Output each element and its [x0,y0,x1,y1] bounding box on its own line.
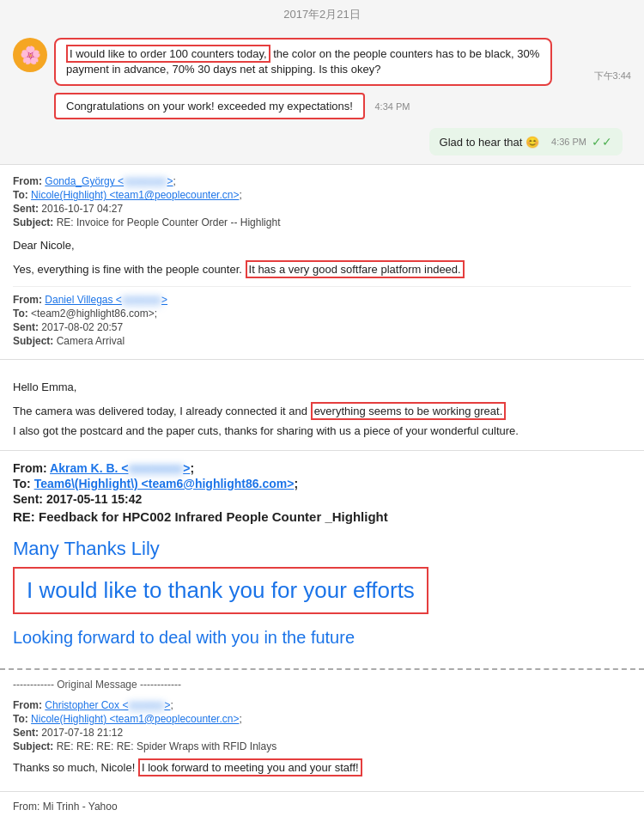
avatar: 🌸 [13,38,47,72]
date-header: 2017年2月21日 [0,0,644,29]
many-thanks: Many Thanks Lily [13,538,631,560]
email-sent-1: Sent: 2016-10-17 04:27 [13,203,631,215]
thank-you-highlighted: I would like to thank you for your effor… [13,567,428,614]
email-section-2: Hello Emma, The camera was delivered tod… [0,359,644,450]
chris-to-link[interactable]: Nicole(Highlight) <team1@peoplecounter.c… [31,713,239,725]
email-section-mi: From: Mi Trinh - Yahoo To: <team10@highl… [0,791,644,816]
akram-to: To: Team6\(Highlight\) <team6@highlight8… [13,477,631,490]
highlighted-order: I would like to order 100 counters today… [66,45,270,63]
email-body-camera: The camera was delivered today, I alread… [13,403,631,420]
akram-from-link[interactable]: Akram K. B. <•••••••••••••> [50,461,190,475]
email-sent-2: Sent: 2017-08-02 20:57 [13,321,631,333]
chat-bubble-order: I would like to order 100 counters today… [54,38,552,86]
chris-sent: Sent: 2017-07-18 21:12 [13,727,631,739]
mi-from: From: Mi Trinh - Yahoo [13,801,631,813]
check-icon: ✓✓ [592,135,612,149]
dashed-header: ------------ Original Message ----------… [13,679,631,691]
chris-highlighted: I look forward to meeting you and your s… [138,758,362,776]
email-body-2: Hello Emma, The camera was delivered tod… [13,379,631,440]
original-message-section: From: Daniel Villegas <•••••••••••> To: … [13,286,631,347]
email-greeting-2: Hello Emma, [13,379,631,396]
email-to-1: To: Nicole(Highlight) <team1@peoplecount… [13,189,631,201]
chat-message-3-row: Glad to hear that 😊 4:36 PM ✓✓ [13,128,631,155]
email-section-1: From: Gonda_György <••••••••••••>; To: N… [0,164,644,359]
email-to-2: To: <team2@highlight86.com>; [13,308,631,320]
akram-sent: Sent: 2017-05-11 15:42 [13,492,631,506]
email-body-camera-2: I also got the postcard and the paper cu… [13,423,631,440]
akram-subject: RE: Feedback for HPC002 Infrared People … [13,509,631,524]
email-to-link-1[interactable]: Nicole(Highlight) <team1@peoplecounter.c… [31,189,239,201]
email-from-link-2[interactable]: Daniel Villegas <•••••••••••> [45,294,167,306]
email-section-akram: From: Akram K. B. <•••••••••••••>; To: T… [0,450,644,668]
chat-bubble-congrats: Congratulations on your work! exceeded m… [54,93,365,119]
thank-you-box: I would like to thank you for your effor… [13,567,631,628]
chris-subject: Subject: RE: RE: RE: RE: Spider Wraps wi… [13,740,631,752]
chat-message-2: Congratulations on your work! exceeded m… [13,93,631,123]
akram-from: From: Akram K. B. <•••••••••••••>; [13,461,631,475]
email-from-1: From: Gonda_György <••••••••••••>; [13,175,631,187]
highlighted-camera: everything seems to be working great. [311,402,507,420]
email-body-text-1: Yes, everything is fine with the people … [13,261,631,278]
looking-forward: Looking forward to deal with you in the … [13,628,631,648]
chat-time-3: 4:36 PM [551,137,586,147]
highlighted-softfare: It has a very good softfare platform ind… [246,260,465,278]
chat-time-2: 4:34 PM [374,101,410,112]
chris-to: To: Nicole(Highlight) <team1@peoplecount… [13,713,631,725]
email-body-1: Dear Nicole, Yes, everything is fine wit… [13,237,631,277]
chris-body: Thanks so much, Nicole! I look forward t… [13,761,631,774]
email-section-chris: ------------ Original Message ----------… [0,668,644,791]
chat-bubble-right: Glad to hear that 😊 4:36 PM ✓✓ [429,128,623,155]
email-from-2: From: Daniel Villegas <•••••••••••> [13,294,631,306]
chat-message-1: 🌸 I would like to order 100 counters tod… [13,38,631,86]
chat-time-1: 下午3:44 [594,70,631,82]
email-from-link-1[interactable]: Gonda_György <••••••••••••> [45,175,173,187]
email-greeting-1: Dear Nicole, [13,237,631,254]
chat-section: 🌸 I would like to order 100 counters tod… [0,29,644,164]
email-subject-2: Subject: Camera Arrival [13,335,631,347]
chris-from-link[interactable]: Christopher Cox <••••••••••> [45,699,170,711]
akram-to-link[interactable]: Team6\(Highlight\) <team6@highlight86.co… [34,477,295,490]
email-subject-1: Subject: RE: Invoice for People Counter … [13,216,631,228]
chris-from: From: Christopher Cox <••••••••••>; [13,699,631,711]
